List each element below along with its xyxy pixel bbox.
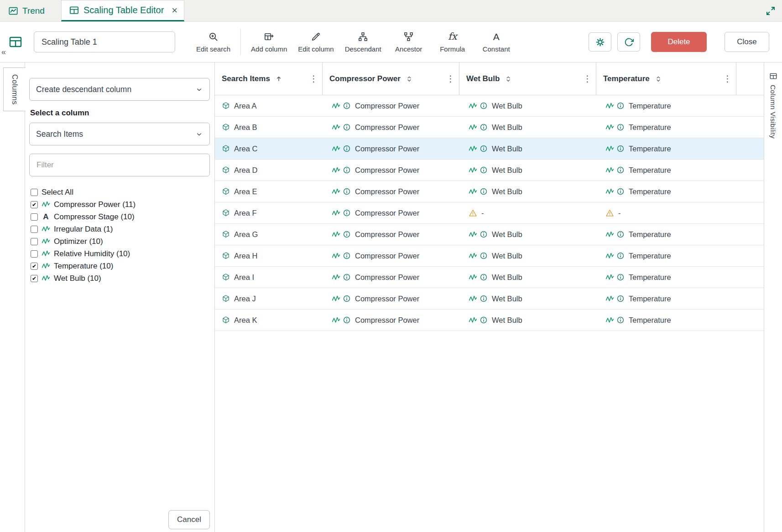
info-icon[interactable] xyxy=(343,294,351,303)
column-item-irregular-data[interactable]: Irregular Data (1) xyxy=(31,223,210,235)
column-item-temperature[interactable]: Temperature (10) xyxy=(31,260,210,272)
info-icon[interactable] xyxy=(480,187,488,196)
info-icon[interactable] xyxy=(616,230,625,238)
info-icon[interactable] xyxy=(480,145,488,153)
signal-cell[interactable]: - xyxy=(459,202,596,223)
formula-button[interactable]: fx Formula xyxy=(431,26,474,57)
info-icon[interactable] xyxy=(616,252,625,260)
checkbox[interactable] xyxy=(31,238,38,245)
signal-cell[interactable]: Compressor Power xyxy=(323,267,459,288)
fullscreen-expand-icon[interactable] xyxy=(765,5,777,17)
checkbox[interactable] xyxy=(31,263,38,270)
signal-cell[interactable]: Compressor Power xyxy=(323,310,459,331)
header-compressor-power[interactable]: Compressor Power ⋮ xyxy=(323,62,459,95)
signal-cell[interactable]: Temperature xyxy=(596,224,736,245)
table-name-input[interactable] xyxy=(34,31,175,52)
table-row[interactable]: Area F Compressor Power - - xyxy=(215,202,764,224)
table-row[interactable]: Area E Compressor Power Wet Bulb Te xyxy=(215,181,764,202)
sort-toggle-icon[interactable] xyxy=(406,75,413,83)
header-label[interactable]: Compressor Power xyxy=(329,74,401,83)
info-icon[interactable] xyxy=(616,123,625,131)
column-source-dropdown[interactable]: Search Items xyxy=(29,123,210,145)
column-menu-icon[interactable]: ⋮ xyxy=(309,74,318,83)
signal-cell[interactable]: Temperature xyxy=(596,138,736,159)
info-icon[interactable] xyxy=(480,166,488,174)
signal-cell[interactable]: Wet Bulb xyxy=(459,310,596,331)
info-icon[interactable] xyxy=(480,230,488,238)
signal-cell[interactable]: - xyxy=(596,202,736,223)
info-icon[interactable] xyxy=(480,273,488,281)
table-row[interactable]: Area C Compressor Power Wet Bulb Te xyxy=(215,138,764,160)
table-row[interactable]: Area J Compressor Power Wet Bulb Te xyxy=(215,288,764,310)
tab-scaling-table-editor[interactable]: Scaling Table Editor × xyxy=(61,0,184,21)
signal-cell[interactable]: Wet Bulb xyxy=(459,138,596,159)
area-cell[interactable]: Area F xyxy=(215,202,323,223)
area-cell[interactable]: Area D xyxy=(215,160,323,181)
area-cell[interactable]: Area I xyxy=(215,267,323,288)
column-type-dropdown[interactable]: Create descendant column xyxy=(29,78,210,101)
column-item-compressor-power[interactable]: Compressor Power (11) xyxy=(31,198,210,211)
signal-cell[interactable]: Compressor Power xyxy=(323,160,459,181)
info-icon[interactable] xyxy=(343,145,351,153)
info-icon[interactable] xyxy=(343,166,351,174)
table-row[interactable]: Area I Compressor Power Wet Bulb Te xyxy=(215,267,764,288)
signal-cell[interactable]: Compressor Power xyxy=(323,202,459,223)
signal-cell[interactable]: Wet Bulb xyxy=(459,95,596,116)
add-column-button[interactable]: Add column xyxy=(245,26,292,57)
info-icon[interactable] xyxy=(616,294,625,303)
signal-cell[interactable]: Wet Bulb xyxy=(459,181,596,202)
info-icon[interactable] xyxy=(480,123,488,131)
header-label[interactable]: Search Items xyxy=(222,74,270,83)
header-search-items[interactable]: Search Items ⋮ xyxy=(215,62,323,95)
sort-toggle-icon[interactable] xyxy=(505,75,512,83)
edit-search-button[interactable]: Edit search xyxy=(191,26,236,57)
info-icon[interactable] xyxy=(343,230,351,238)
tab-trend[interactable]: Trend xyxy=(0,0,53,21)
close-button[interactable]: Close xyxy=(725,32,769,52)
area-cell[interactable]: Area G xyxy=(215,224,323,245)
columns-panel-tab[interactable]: Columns xyxy=(3,67,26,111)
area-cell[interactable]: Area K xyxy=(215,310,323,331)
header-temperature[interactable]: Temperature ⋮ xyxy=(596,62,736,95)
info-icon[interactable] xyxy=(480,316,488,324)
signal-cell[interactable]: Temperature xyxy=(596,245,736,266)
area-cell[interactable]: Area A xyxy=(215,95,323,116)
checkbox[interactable] xyxy=(31,250,38,258)
info-icon[interactable] xyxy=(343,252,351,260)
column-item-optimizer[interactable]: Optimizer (10) xyxy=(31,235,210,248)
table-row[interactable]: Area G Compressor Power Wet Bulb Te xyxy=(215,224,764,245)
column-item-relative-humidity[interactable]: Relative Humidity (10) xyxy=(31,248,210,260)
column-menu-icon[interactable]: ⋮ xyxy=(583,74,592,83)
info-icon[interactable] xyxy=(343,123,351,131)
signal-cell[interactable]: Temperature xyxy=(596,181,736,202)
info-icon[interactable] xyxy=(616,316,625,324)
column-menu-icon[interactable]: ⋮ xyxy=(446,74,455,83)
header-wet-bulb[interactable]: Wet Bulb ⋮ xyxy=(459,62,596,95)
filter-input[interactable] xyxy=(29,154,210,176)
area-cell[interactable]: Area B xyxy=(215,117,323,138)
signal-cell[interactable]: Temperature xyxy=(596,160,736,181)
column-item-compressor-stage[interactable]: A Compressor Stage (10) xyxy=(31,211,210,223)
signal-cell[interactable]: Temperature xyxy=(596,267,736,288)
delete-button[interactable]: Delete xyxy=(651,32,707,52)
signal-cell[interactable]: Compressor Power xyxy=(323,245,459,266)
signal-cell[interactable]: Temperature xyxy=(596,117,736,138)
info-icon[interactable] xyxy=(480,294,488,303)
signal-cell[interactable]: Compressor Power xyxy=(323,288,459,309)
info-icon[interactable] xyxy=(480,252,488,260)
info-icon[interactable] xyxy=(343,102,351,110)
sort-toggle-icon[interactable] xyxy=(655,75,662,83)
signal-cell[interactable]: Compressor Power xyxy=(323,138,459,159)
signal-cell[interactable]: Wet Bulb xyxy=(459,267,596,288)
info-icon[interactable] xyxy=(343,209,351,217)
sort-ascending-icon[interactable] xyxy=(275,75,282,83)
tab-close-icon[interactable]: × xyxy=(172,5,177,15)
signal-cell[interactable]: Temperature xyxy=(596,288,736,309)
signal-cell[interactable]: Temperature xyxy=(596,95,736,116)
info-icon[interactable] xyxy=(616,187,625,196)
checkbox[interactable] xyxy=(31,275,38,282)
signal-cell[interactable]: Temperature xyxy=(596,310,736,331)
cancel-button[interactable]: Cancel xyxy=(168,510,210,529)
signal-cell[interactable]: Wet Bulb xyxy=(459,224,596,245)
signal-cell[interactable]: Wet Bulb xyxy=(459,117,596,138)
